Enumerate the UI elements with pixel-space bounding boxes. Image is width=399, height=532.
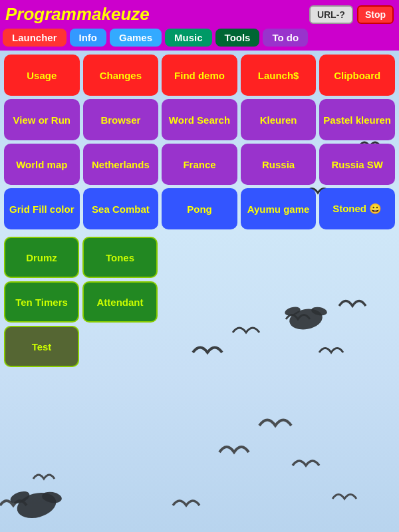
row-purple-1: View or Run Browser Word Search Kleuren … xyxy=(4,99,395,140)
france-button[interactable]: France xyxy=(162,144,237,185)
changes-button[interactable]: Changes xyxy=(83,55,159,96)
music-row-3: Test xyxy=(4,326,395,367)
launch-button[interactable]: Launch$ xyxy=(241,55,317,96)
pastel-kleuren-button[interactable]: Pastel kleuren xyxy=(319,99,395,140)
tones-button[interactable]: Tones xyxy=(82,237,158,278)
netherlands-button[interactable]: Netherlands xyxy=(83,144,159,185)
stop-button[interactable]: Stop xyxy=(357,5,394,24)
attendant-button[interactable]: Attendant xyxy=(82,281,158,323)
music-grid: Drumz Tones Ten Timers Attendant Test xyxy=(0,237,399,367)
row-blue: Grid Fill color Sea Combat Pong Ayumu ga… xyxy=(4,188,395,229)
tab-launcher[interactable]: Launcher xyxy=(3,29,66,47)
music-row-1: Drumz Tones xyxy=(4,237,395,278)
tab-games[interactable]: Games xyxy=(110,29,162,47)
grid-area: Usage Changes Find demo Launch$ Clipboar… xyxy=(0,51,399,237)
usage-button[interactable]: Usage xyxy=(4,55,80,96)
header-buttons: URL-? Stop xyxy=(309,5,394,24)
grid-fill-color-button[interactable]: Grid Fill color xyxy=(4,188,80,229)
ayumu-game-button[interactable]: Ayumu game xyxy=(241,188,317,229)
russia-sw-button[interactable]: Russia SW xyxy=(319,144,395,185)
tab-music[interactable]: Music xyxy=(165,29,212,47)
app-title: Programmakeuze xyxy=(5,4,150,25)
url-button[interactable]: URL-? xyxy=(309,5,353,24)
row-red: Usage Changes Find demo Launch$ Clipboar… xyxy=(4,55,395,96)
tab-info[interactable]: Info xyxy=(70,29,107,47)
stoned-button[interactable]: Stoned 😀 xyxy=(319,188,395,229)
nav-tabs: Launcher Info Games Music Tools To do xyxy=(0,29,399,51)
kleuren-button[interactable]: Kleuren xyxy=(241,99,317,140)
ten-timers-button[interactable]: Ten Timers xyxy=(4,281,79,323)
find-demo-button[interactable]: Find demo xyxy=(162,55,237,96)
sea-combat-button[interactable]: Sea Combat xyxy=(83,188,159,229)
header: Programmakeuze URL-? Stop xyxy=(0,0,399,29)
word-search-button[interactable]: Word Search xyxy=(162,99,237,140)
tab-tools[interactable]: Tools xyxy=(215,29,260,47)
drumz-button[interactable]: Drumz xyxy=(4,237,79,278)
pong-button[interactable]: Pong xyxy=(162,188,237,229)
tab-todo[interactable]: To do xyxy=(263,29,308,47)
test-button[interactable]: Test xyxy=(4,326,79,367)
view-or-run-button[interactable]: View or Run xyxy=(4,99,80,140)
world-map-button[interactable]: World map xyxy=(4,144,80,185)
clipboard-button[interactable]: Clipboard xyxy=(319,55,395,96)
russia-button[interactable]: Russia xyxy=(241,144,317,185)
browser-button[interactable]: Browser xyxy=(83,99,159,140)
row-purple-2: World map Netherlands France Russia Russ… xyxy=(4,144,395,185)
music-row-2: Ten Timers Attendant xyxy=(4,281,395,323)
